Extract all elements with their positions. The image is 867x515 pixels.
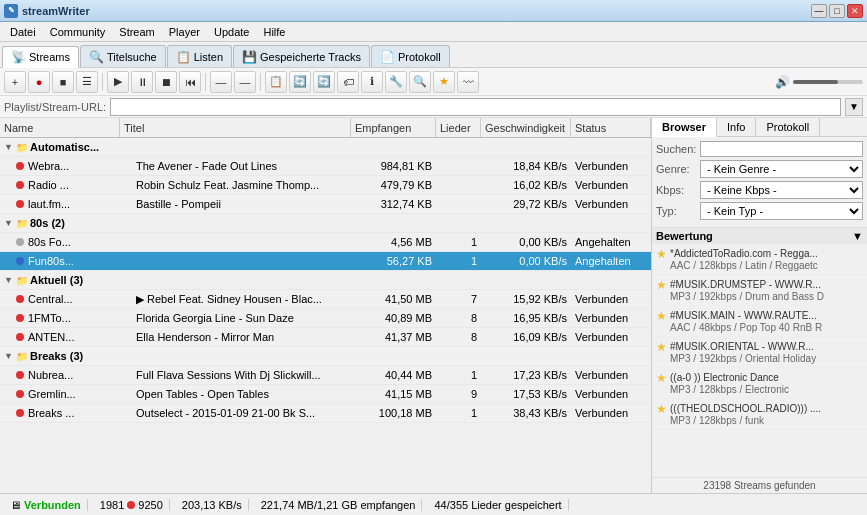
tab-listen[interactable]: 📋 Listen (167, 45, 232, 67)
station-item[interactable]: ★ (((THEOLDSCHOOL.RADIO))) .... MP3 / 12… (652, 399, 867, 430)
tab-gespeicherte[interactable]: 💾 Gespeicherte Tracks (233, 45, 370, 67)
copy-button[interactable]: 📋 (265, 71, 287, 93)
stream-row[interactable]: ANTEN... Ella Henderson - Mirror Man 41,… (0, 328, 651, 347)
tab-streams[interactable]: 📡 Streams (2, 46, 79, 68)
col-header-songs[interactable]: Lieder (436, 118, 481, 137)
expand-icon[interactable]: ▼ (4, 142, 14, 152)
stream-songs: 7 (436, 293, 481, 305)
search-button[interactable]: 🔍 (409, 71, 431, 93)
stream-list: ▼ 📁 Automatisc... Webra... The Avener - … (0, 138, 651, 493)
btab-protokoll[interactable]: Protokoll (756, 118, 820, 136)
minimize-button[interactable]: — (811, 4, 827, 18)
minus2-button[interactable]: — (234, 71, 256, 93)
stream-row[interactable]: Nubrea... Full Flava Sessions With Dj Sl… (0, 366, 651, 385)
stream-row[interactable]: Radio ... Robin Schulz Feat. Jasmine Tho… (0, 176, 651, 195)
col-header-name[interactable]: Name (0, 118, 120, 137)
title-bar-left: ✎ streamWriter (4, 4, 90, 18)
group-80s[interactable]: ▼ 📁 80s (2) (0, 214, 651, 233)
stream-row[interactable]: Central... ▶ Rebel Feat. Sidney Housen -… (0, 290, 651, 309)
search-input[interactable] (700, 141, 863, 157)
info-button[interactable]: ℹ (361, 71, 383, 93)
stream-recv: 984,81 KB (351, 160, 436, 172)
volume-slider[interactable] (793, 80, 863, 84)
status-dot-red (127, 501, 135, 509)
station-item[interactable]: ★ #MUSIK.MAIN - WWW.RAUTE... AAC / 48kbp… (652, 306, 867, 337)
stream-name: Nubrea... (28, 369, 73, 381)
station-sub: AAC / 128kbps / Latin / Reggaetc (670, 260, 818, 271)
col-header-status[interactable]: Status (571, 118, 651, 137)
minus-button[interactable]: — (210, 71, 232, 93)
stream-status: Verbunden (571, 160, 651, 172)
tag-button[interactable]: 🏷 (337, 71, 359, 93)
status-dot (16, 200, 24, 208)
stream-songs: 8 (436, 312, 481, 324)
tab-protokoll[interactable]: 📄 Protokoll (371, 45, 450, 67)
stream-title: Bastille - Pompeii (132, 198, 351, 210)
menu-community[interactable]: Community (44, 24, 112, 40)
refresh-button[interactable]: 🔄 (289, 71, 311, 93)
pause-button[interactable]: ⏸ (131, 71, 153, 93)
stream-recv: 479,79 KB (351, 179, 436, 191)
filter-button[interactable]: 🔧 (385, 71, 407, 93)
col-header-speed[interactable]: Geschwindigkeit (481, 118, 571, 137)
station-item[interactable]: ★ *AddictedToRadio.com - Regga... AAC / … (652, 244, 867, 275)
maximize-button[interactable]: □ (829, 4, 845, 18)
group-breaks[interactable]: ▼ 📁 Breaks (3) (0, 347, 651, 366)
group-auto-label: Automatisc... (30, 141, 99, 153)
expand-icon[interactable]: ▼ (4, 218, 14, 228)
col-header-title[interactable]: Titel (120, 118, 351, 137)
prev-button[interactable]: ⏮ (179, 71, 201, 93)
group-auto[interactable]: ▼ 📁 Automatisc... (0, 138, 651, 157)
menu-stream[interactable]: Stream (113, 24, 160, 40)
title-bar-buttons[interactable]: — □ ✕ (811, 4, 863, 18)
genre-select[interactable]: - Kein Genre - (700, 160, 863, 178)
station-sub: MP3 / 128kbps / funk (670, 415, 821, 426)
menu-hilfe[interactable]: Hilfe (257, 24, 291, 40)
app-icon: ✎ (4, 4, 18, 18)
tab-titelsuche[interactable]: 🔍 Titelsuche (80, 45, 166, 67)
stream-row[interactable]: laut.fm... Bastille - Pompeii 312,74 KB … (0, 195, 651, 214)
stop2-button[interactable]: ⏹ (155, 71, 177, 93)
btab-browser[interactable]: Browser (652, 118, 717, 137)
group-aktuell[interactable]: ▼ 📁 Aktuell (3) (0, 271, 651, 290)
station-item[interactable]: ★ #MUSIK.ORIENTAL - WWW.R... MP3 / 192kb… (652, 337, 867, 368)
wave-button[interactable]: 〰 (457, 71, 479, 93)
add-button[interactable]: + (4, 71, 26, 93)
stream-row[interactable]: Webra... The Avener - Fade Out Lines 984… (0, 157, 651, 176)
menu-update[interactable]: Update (208, 24, 255, 40)
station-item[interactable]: ★ ((a-0 )) Electronic Dance MP3 / 128kbp… (652, 368, 867, 399)
stream-recv: 41,37 MB (351, 331, 436, 343)
btab-info[interactable]: Info (717, 118, 756, 136)
expand-icon[interactable]: ▼ (4, 275, 14, 285)
stream-status: Verbunden (571, 179, 651, 191)
stream-row[interactable]: Breaks ... Outselect - 2015-01-09 21-00 … (0, 404, 651, 423)
stream-title: The Avener - Fade Out Lines (132, 160, 351, 172)
list-button[interactable]: ☰ (76, 71, 98, 93)
play-button[interactable]: ▶ (107, 71, 129, 93)
url-go-button[interactable]: ▼ (845, 98, 863, 116)
star-button[interactable]: ★ (433, 71, 455, 93)
close-button[interactable]: ✕ (847, 4, 863, 18)
stream-row[interactable]: 80s Fo... 4,56 MB 1 0,00 KB/s Angehalten (0, 233, 651, 252)
station-info: #MUSIK.ORIENTAL - WWW.R... MP3 / 192kbps… (670, 340, 816, 364)
stop-button[interactable]: ■ (52, 71, 74, 93)
url-bar: Playlist/Stream-URL: ▼ (0, 96, 867, 118)
menu-datei[interactable]: Datei (4, 24, 42, 40)
stream-row[interactable]: Gremlin... Open Tables - Open Tables 41,… (0, 385, 651, 404)
url-input[interactable] (110, 98, 841, 116)
col-header-received[interactable]: Empfangen (351, 118, 436, 137)
star-icon: ★ (656, 309, 667, 323)
typ-select[interactable]: - Kein Typ - (700, 202, 863, 220)
menu-player[interactable]: Player (163, 24, 206, 40)
expand-icon[interactable]: ▼ (4, 351, 14, 361)
refresh2-button[interactable]: 🔄 (313, 71, 335, 93)
stream-row[interactable]: 1FMTo... Florida Georgia Line - Sun Daze… (0, 309, 651, 328)
kbps-select[interactable]: - Keine Kbps - (700, 181, 863, 199)
tab-titelsuche-label: Titelsuche (107, 51, 157, 63)
station-item[interactable]: ★ #MUSIK.DRUMSTEP - WWW.R... MP3 / 192kb… (652, 275, 867, 306)
record-button[interactable]: ● (28, 71, 50, 93)
bewertung-header[interactable]: Bewertung ▼ (652, 228, 867, 244)
stream-row-selected[interactable]: Fun80s... 56,27 KB 1 0,00 KB/s Angehalte… (0, 252, 651, 271)
stream-speed: 16,02 KB/s (481, 179, 571, 191)
tab-streams-label: Streams (29, 51, 70, 63)
